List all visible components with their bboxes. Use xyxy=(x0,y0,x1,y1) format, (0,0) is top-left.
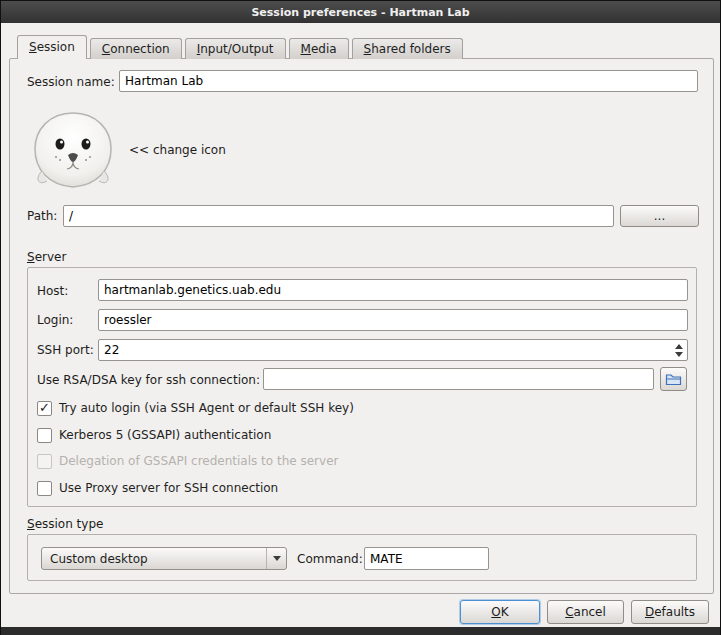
path-browse-button[interactable]: ... xyxy=(620,205,699,227)
spinner-down-icon[interactable] xyxy=(675,352,683,357)
ssh-port-label: SSH port: xyxy=(37,343,94,358)
checkbox-label: Delegation of GSSAPI credentials to the … xyxy=(59,454,338,468)
cancel-button[interactable]: Cancel xyxy=(547,600,624,624)
window-bottom-border xyxy=(1,627,720,635)
checkbox-kerberos[interactable]: Kerberos 5 (GSSAPI) authentication xyxy=(37,427,271,443)
defaults-button[interactable]: Defaults xyxy=(631,600,709,624)
path-label: Path: xyxy=(27,209,57,224)
tab-shared-folders[interactable]: Shared folders xyxy=(352,38,463,59)
login-label: Login: xyxy=(37,313,73,328)
server-group-title: Server xyxy=(27,250,66,265)
session-type-dropdown[interactable]: Custom desktop xyxy=(41,547,287,570)
checkbox-label[interactable]: Kerberos 5 (GSSAPI) authentication xyxy=(59,428,271,442)
session-preferences-dialog: Session preferences - Hartman Lab Sessio… xyxy=(0,0,721,635)
session-type-group-title: Session type xyxy=(27,517,103,532)
chevron-down-icon xyxy=(273,556,281,561)
checkbox-label[interactable]: Use Proxy server for SSH connection xyxy=(59,481,278,495)
titlebar[interactable]: Session preferences - Hartman Lab xyxy=(1,1,720,23)
seal-icon xyxy=(29,109,117,191)
spinner-up-icon[interactable] xyxy=(675,344,683,349)
path-input[interactable] xyxy=(63,205,614,227)
window-title: Session preferences - Hartman Lab xyxy=(251,6,469,19)
session-type-dropdown-value: Custom desktop xyxy=(50,552,148,566)
tab-media[interactable]: Media xyxy=(289,38,349,59)
checkbox-box[interactable] xyxy=(37,428,52,443)
session-name-label: Session name: xyxy=(27,75,115,90)
rsa-key-browse-button[interactable] xyxy=(660,367,687,391)
rsa-key-label: Use RSA/DSA key for ssh connection: xyxy=(37,373,260,388)
command-label: Command: xyxy=(297,552,363,567)
checkbox-box[interactable] xyxy=(37,481,52,496)
command-input[interactable] xyxy=(364,547,489,570)
tab-session[interactable]: Session xyxy=(17,35,87,59)
checkbox-box[interactable] xyxy=(37,401,52,416)
rsa-key-input[interactable] xyxy=(263,368,654,390)
checkbox-auto-login[interactable]: Try auto login (via SSH Agent or default… xyxy=(37,400,354,416)
checkbox-proxy[interactable]: Use Proxy server for SSH connection xyxy=(37,480,278,496)
tab-bar: Session Connection Input/Output Media Sh… xyxy=(17,35,463,59)
checkbox-gssapi-delegation: Delegation of GSSAPI credentials to the … xyxy=(37,453,338,469)
tab-connection[interactable]: Connection xyxy=(90,38,182,59)
ok-button[interactable]: OK xyxy=(460,600,540,624)
session-seal-icon[interactable] xyxy=(29,109,117,191)
login-input[interactable] xyxy=(98,309,688,331)
checkbox-box xyxy=(37,454,52,469)
session-name-input[interactable] xyxy=(119,70,698,92)
checkbox-label[interactable]: Try auto login (via SSH Agent or default… xyxy=(59,401,354,415)
ssh-port-spinner xyxy=(671,341,686,359)
ssh-port-input[interactable] xyxy=(98,339,688,361)
host-input[interactable] xyxy=(98,279,688,301)
folder-open-icon xyxy=(665,372,682,386)
change-icon-hint: << change icon xyxy=(129,143,226,158)
tab-input-output[interactable]: Input/Output xyxy=(185,38,286,59)
dropdown-arrow-zone xyxy=(266,548,286,569)
host-label: Host: xyxy=(37,284,68,299)
